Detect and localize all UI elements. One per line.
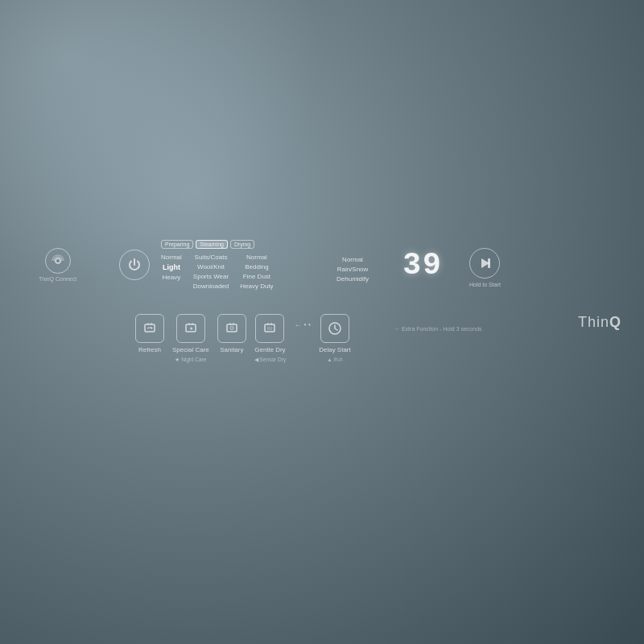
cycle-tabs: Preparing Steaming Drying (161, 240, 274, 249)
refresh-button[interactable]: Refresh (135, 314, 164, 353)
cycle-normal2[interactable]: Normal (240, 254, 273, 261)
gentle-dry-button[interactable]: Gentle Dry ◀ Sensor Dry (254, 314, 286, 363)
special-care-sublabel: ★ Night Care (175, 357, 206, 363)
cycle-light[interactable]: Light (161, 263, 182, 271)
sanitary-label: Sanitary (220, 346, 243, 353)
tab-steaming[interactable]: Steaming (196, 240, 228, 249)
arrow-indicator: ← • • (294, 320, 311, 329)
cycle-dehumidify[interactable]: Dehumidify (336, 275, 369, 283)
cycle-normal-rain[interactable]: Normal (336, 256, 369, 263)
cycle-fine-dust[interactable]: Fine Dust (240, 273, 273, 280)
cycle-col1: Normal Light Heavy (161, 254, 182, 290)
refresh-label: Refresh (138, 346, 161, 353)
thinq-q-text: Q (609, 314, 621, 330)
delay-start-icon (320, 314, 349, 343)
delay-start-label: Delay Start (319, 346, 351, 353)
cycle-sports[interactable]: Sports Wear (193, 273, 229, 280)
sanitary-icon (217, 314, 246, 343)
thinq-connect-icon[interactable] (45, 248, 71, 274)
appliance-panel: ThinQ Connect Preparing Steaming Drying … (0, 0, 644, 644)
hold-start-label: Hold to Start (469, 282, 501, 287)
hold-start-button[interactable] (469, 248, 500, 279)
cycle-rain-snow[interactable]: Rain/Snow (336, 266, 369, 273)
thinq-thin-text: Thin (578, 314, 609, 330)
refresh-icon (135, 314, 164, 343)
cycle-downloaded[interactable]: Downloaded (193, 283, 229, 290)
cycle-wool[interactable]: Wool/Knit (193, 263, 229, 270)
delay-start-button[interactable]: Delay Start ▲ /h-h (319, 314, 351, 362)
cycle-suits[interactable]: Suits/Coats (193, 254, 229, 261)
svg-point-0 (56, 258, 60, 263)
extra-function-text: ← Extra Function - Hold 3 seconds (394, 326, 482, 332)
sanitary-button[interactable]: Sanitary (217, 314, 246, 353)
cycle-bedding[interactable]: Bedding (240, 263, 273, 270)
svg-rect-2 (488, 258, 490, 268)
cycle-heavy[interactable]: Heavy (161, 274, 182, 281)
special-care-label: Special Care (172, 346, 209, 353)
power-button[interactable] (119, 250, 150, 280)
function-buttons-row: Refresh ★ Special Care ★ Night Care (135, 314, 351, 363)
cycle-col3: Normal Bedding Fine Dust Heavy Duty (240, 254, 273, 290)
thinq-brand: ThinQ (578, 314, 621, 331)
special-care-button[interactable]: ★ Special Care ★ Night Care (172, 314, 209, 363)
extra-cycles: Normal Rain/Snow Dehumidify (336, 256, 369, 283)
tab-drying[interactable]: Drying (230, 240, 254, 249)
gentle-dry-sublabel: ◀ Sensor Dry (254, 357, 286, 363)
thinq-connect-label: ThinQ Connect (39, 276, 76, 283)
tab-preparing[interactable]: Preparing (161, 240, 193, 249)
delay-start-sublabel: ▲ /h-h (327, 357, 342, 362)
svg-text:★: ★ (188, 326, 192, 331)
svg-point-7 (230, 327, 233, 330)
cycle-normal[interactable]: Normal (161, 254, 182, 261)
gentle-dry-label: Gentle Dry (254, 346, 285, 353)
gentle-dry-icon (255, 314, 284, 343)
svg-rect-6 (227, 324, 237, 332)
display-area: 39 (394, 246, 451, 284)
cycle-heavy-duty[interactable]: Heavy Duty (240, 283, 273, 290)
special-care-icon: ★ (176, 314, 205, 343)
cycle-col2: Suits/Coats Wool/Knit Sports Wear Downlo… (193, 254, 229, 290)
time-display: 39 (398, 248, 447, 283)
extra-function-area: ← Extra Function - Hold 3 seconds (394, 326, 482, 332)
